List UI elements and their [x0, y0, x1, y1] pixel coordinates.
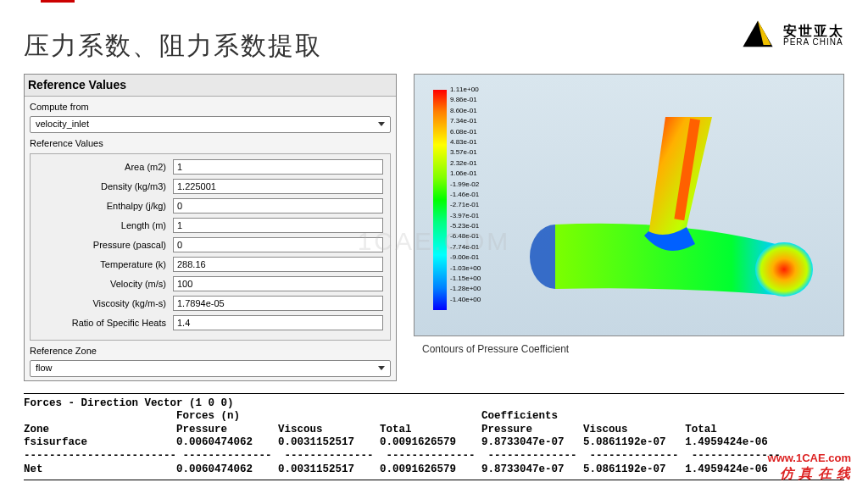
- field-row: Pressure (pascal): [37, 237, 383, 252]
- tick-label: 4.83e-01: [450, 137, 481, 147]
- field-label: Density (kg/m3): [37, 180, 173, 194]
- field-input[interactable]: [173, 179, 383, 194]
- field-input[interactable]: [173, 257, 383, 272]
- tick-label: -1.40e+00: [450, 295, 481, 305]
- tick-label: 9.86e-01: [450, 95, 481, 105]
- logo-text-en: PERA CHINA: [783, 38, 844, 47]
- footer-brand: 仿 真 在 线: [780, 465, 851, 483]
- tick-label: 1.11e+00: [450, 85, 481, 95]
- logo-mark-icon: [739, 17, 776, 54]
- footer-url: www.1CAE.com: [768, 452, 851, 464]
- field-row: Ratio of Specific Heats: [37, 315, 383, 330]
- chevron-down-icon: [378, 366, 385, 370]
- field-input[interactable]: [173, 218, 383, 233]
- field-label: Ratio of Specific Heats: [37, 316, 173, 330]
- tick-label: -1.99e-02: [450, 180, 481, 190]
- field-input[interactable]: [173, 198, 383, 214]
- tick-label: -1.28e+00: [450, 284, 481, 294]
- tick-label: -1.46e-01: [450, 190, 481, 200]
- field-input[interactable]: [173, 276, 383, 291]
- panel-title: Reference Values: [25, 75, 396, 97]
- reference-zone-label: Reference Zone: [30, 344, 391, 358]
- logo-text-cn: 安世亚太: [783, 25, 844, 38]
- field-input[interactable]: [173, 296, 383, 311]
- tick-label: -3.97e-01: [450, 211, 481, 221]
- reference-values-group: Area (m2)Density (kg/m3)Enthalpy (j/kg)L…: [30, 153, 391, 341]
- tick-label: 3.57e-01: [450, 147, 481, 158]
- field-label: Area (m2): [37, 160, 173, 175]
- reference-zone-dropdown[interactable]: flow: [30, 360, 391, 377]
- tick-label: 8.60e-01: [450, 106, 481, 116]
- tick-label: -5.23e-01: [450, 221, 481, 231]
- accent-bar: [41, 0, 75, 3]
- tick-label: -1.03e+00: [450, 263, 481, 274]
- field-label: Temperature (k): [37, 258, 173, 272]
- field-label: Velocity (m/s): [37, 277, 173, 291]
- chevron-down-icon: [378, 122, 385, 126]
- field-row: Viscosity (kg/m-s): [37, 296, 383, 311]
- field-row: Temperature (k): [37, 257, 383, 272]
- tick-label: 6.08e-01: [450, 127, 481, 137]
- field-input[interactable]: [173, 315, 383, 330]
- tick-label: 2.32e-01: [450, 158, 481, 169]
- field-row: Length (m): [37, 218, 383, 233]
- compute-from-dropdown[interactable]: velocity_inlet: [30, 116, 391, 133]
- plot-caption: Contours of Pressure Coefficient: [422, 343, 844, 355]
- tick-label: 7.34e-01: [450, 116, 481, 126]
- tick-label: 1.06e-01: [450, 169, 481, 179]
- reference-values-label: Reference Values: [30, 136, 391, 151]
- colorbar-ticks: 1.11e+009.86e-018.60e-017.34e-016.08e-01…: [450, 85, 481, 305]
- field-label: Enthalpy (j/kg): [37, 199, 173, 214]
- tick-label: -6.48e-01: [450, 231, 481, 241]
- tick-label: -7.74e-01: [450, 242, 481, 252]
- logo: 安世亚太 PERA CHINA: [739, 17, 844, 54]
- page-title: 压力系数、阻力系数提取: [24, 29, 322, 64]
- reference-values-panel: Reference Values Compute from velocity_i…: [24, 74, 397, 381]
- svg-point-2: [755, 242, 813, 297]
- field-label: Pressure (pascal): [37, 238, 173, 252]
- field-row: Enthalpy (j/kg): [37, 198, 383, 214]
- compute-from-label: Compute from: [30, 100, 391, 114]
- contour-plot: 1.11e+009.86e-018.60e-017.34e-016.08e-01…: [414, 74, 844, 336]
- forces-output: Forces - Direction Vector (1 0 0) Forces…: [24, 393, 844, 481]
- tick-label: -2.71e-01: [450, 200, 481, 210]
- colorbar: [433, 90, 447, 310]
- reference-zone-value: flow: [36, 361, 378, 375]
- field-label: Length (m): [37, 219, 173, 233]
- tick-label: -9.00e-01: [450, 252, 481, 263]
- field-label: Viscosity (kg/m-s): [37, 297, 173, 311]
- compute-from-value: velocity_inlet: [36, 117, 378, 131]
- tick-label: -1.15e+00: [450, 274, 481, 284]
- field-row: Area (m2): [37, 159, 383, 175]
- field-input[interactable]: [173, 159, 383, 175]
- pipe-contour-icon: [521, 117, 826, 303]
- field-row: Velocity (m/s): [37, 276, 383, 291]
- field-input[interactable]: [173, 237, 383, 252]
- field-row: Density (kg/m3): [37, 179, 383, 194]
